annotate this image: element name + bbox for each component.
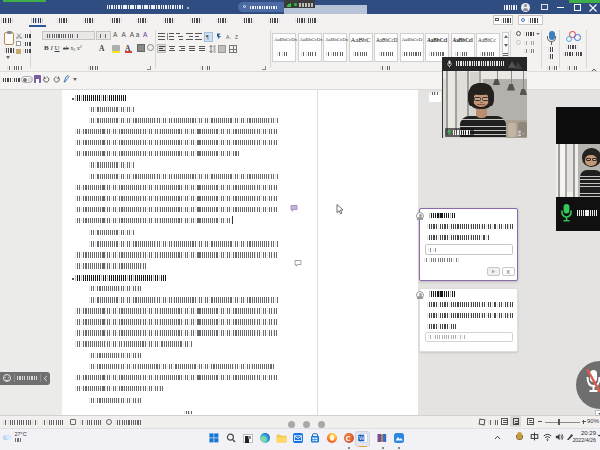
svg-text:W: W bbox=[359, 435, 365, 441]
